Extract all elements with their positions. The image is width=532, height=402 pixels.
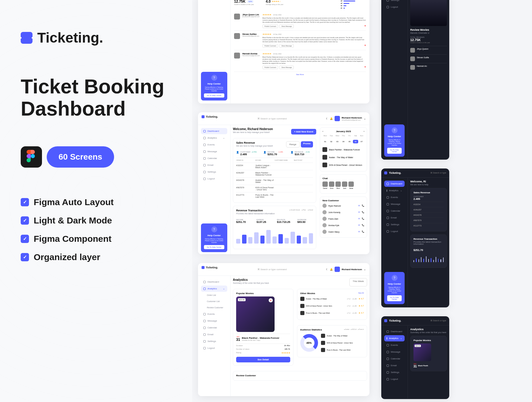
sidebar-item-calendar[interactable]: Calendar bbox=[201, 325, 227, 331]
sidebar-item-settings[interactable]: Settings bbox=[391, 0, 399, 1]
heart-icon[interactable]: ♥ bbox=[269, 298, 273, 302]
table-row[interactable]: #24b207Black Panther - Wakanda Forever bbox=[236, 170, 313, 177]
movie-item[interactable]: Puss In Boots - The Last Wish bbox=[321, 346, 364, 354]
calendar-date[interactable]: 05 bbox=[347, 140, 352, 143]
movie-poster[interactable]: $10.00 ♥ bbox=[236, 296, 275, 332]
customer-item[interactable]: Gwen Stacy✉📞 bbox=[322, 228, 364, 235]
publish-button[interactable]: Publish Comment bbox=[262, 25, 278, 28]
sidebar-item-logout[interactable]: Logout bbox=[391, 6, 398, 8]
see-detail-button[interactable]: See Detail bbox=[236, 357, 290, 362]
range-button[interactable]: Range bbox=[286, 141, 300, 147]
table-row[interactable]: #10234 bbox=[413, 202, 444, 207]
help-center-card[interactable]: ? Help Center Having difficulty in Ticke… bbox=[201, 72, 227, 100]
sidebar-item-message[interactable]: Message bbox=[384, 201, 405, 207]
sidebar-item-email[interactable]: Email bbox=[201, 331, 227, 338]
event-item[interactable]: KKN di Desa Penari - Uncut Version bbox=[322, 161, 364, 169]
bell-icon[interactable]: 🔔 bbox=[330, 117, 333, 120]
table-row[interactable]: #112773Puss In Boots - The Last Wish bbox=[236, 192, 313, 200]
sidebar-item-message[interactable]: Message bbox=[201, 148, 227, 155]
search-input[interactable]: ⌘ Search or type command bbox=[257, 268, 287, 271]
heart-icon[interactable]: ♥ bbox=[364, 66, 366, 69]
sidebar-item-logout[interactable]: Logout bbox=[384, 228, 405, 234]
sidebar-item-analytics[interactable]: Analytics⌄ bbox=[384, 335, 405, 341]
sidebar-item-logout[interactable]: Logout bbox=[201, 345, 227, 351]
table-row[interactable]: #434378 bbox=[413, 212, 444, 218]
event-item[interactable]: Black Panther - Wakanda Forever bbox=[322, 146, 364, 153]
direct-message-button[interactable]: Direct Message bbox=[279, 66, 294, 69]
message-icon[interactable]: ✉ bbox=[358, 205, 360, 207]
user-menu[interactable]: ☾ 🔔 Richard Hederson richardhederson@gma… bbox=[326, 116, 366, 121]
see-more-link[interactable]: See More bbox=[234, 74, 366, 75]
chevron-right-icon[interactable]: › bbox=[364, 130, 364, 133]
bell-icon[interactable]: 🔔 bbox=[330, 268, 333, 271]
direct-message-button[interactable]: Direct Message bbox=[279, 44, 294, 48]
heart-icon[interactable]: ♥ bbox=[364, 25, 366, 28]
heart-icon[interactable]: ♥ bbox=[364, 44, 366, 48]
message-icon[interactable]: ✉ bbox=[358, 218, 360, 220]
event-item[interactable]: Avatar - The Way of Water bbox=[322, 153, 364, 161]
movie-item[interactable]: KKN di Desa Penari - Uncut Vers+7.2+1.2K… bbox=[300, 302, 364, 309]
user-menu[interactable]: ☾ 🔔 Richard Hederson ⌄ bbox=[326, 267, 366, 272]
sidebar-item-email[interactable]: Email bbox=[384, 362, 405, 369]
movie-item[interactable]: Avatar - The Way of Water+7.2+1.2K★ 4.7 bbox=[300, 295, 364, 302]
movie-item[interactable]: Avatar - The Way of Water bbox=[321, 332, 364, 339]
sidebar-item-analytics[interactable]: Analytics⌄ bbox=[201, 286, 227, 292]
help-center-card[interactable]: ? Help Center Having difficulty in Ticke… bbox=[384, 124, 405, 157]
sidebar-sub-item[interactable]: Review Customer bbox=[201, 305, 227, 310]
sidebar-item-events[interactable]: Events bbox=[384, 342, 405, 348]
customer-item[interactable]: John Kenedy✉📞 bbox=[322, 209, 364, 215]
publish-button[interactable]: Publish Comment bbox=[262, 44, 278, 48]
table-row[interactable]: #987079 bbox=[413, 218, 444, 223]
direct-message-button[interactable]: Direct Message bbox=[279, 25, 294, 28]
calendar-date[interactable]: 03 bbox=[335, 140, 340, 143]
sidebar-item-events[interactable]: Events bbox=[201, 142, 227, 148]
period-select[interactable]: This Week bbox=[349, 278, 367, 286]
publish-button[interactable]: Publish Comment bbox=[262, 66, 278, 69]
sidebar-item-message[interactable]: Message bbox=[384, 349, 405, 355]
sidebar-sub-item[interactable]: Customer List bbox=[201, 299, 227, 304]
add-event-button[interactable]: + Add New Event bbox=[291, 129, 316, 134]
message-icon[interactable]: ✉ bbox=[358, 231, 360, 233]
sidebar-item-email[interactable]: Email bbox=[201, 162, 227, 168]
promo-button[interactable]: Promo bbox=[301, 141, 313, 147]
table-row[interactable]: #24b207 bbox=[413, 207, 444, 212]
table-row[interactable]: #112773 bbox=[413, 223, 444, 228]
customer-item[interactable]: Annisa Kyle✉📞 bbox=[322, 222, 364, 228]
phone-icon[interactable]: 📞 bbox=[362, 211, 364, 213]
sidebar-item-analytics[interactable]: Analytics⌄ bbox=[384, 187, 405, 194]
message-icon[interactable]: ✉ bbox=[358, 224, 360, 226]
sidebar-sub-item[interactable]: Order List bbox=[201, 292, 227, 298]
chat-avatar[interactable]: Jack bbox=[342, 181, 347, 189]
sidebar-item-analytics[interactable]: Analytics⌄ bbox=[201, 135, 227, 141]
sidebar-item-calendar[interactable]: Calendar bbox=[201, 155, 227, 161]
help-button[interactable]: Go To Help Center bbox=[387, 295, 402, 301]
search-input[interactable]: ⌘ Search or type bbox=[430, 172, 446, 174]
table-row[interactable]: #434378Avatar - The Way of Water bbox=[236, 177, 313, 185]
help-button[interactable]: Go To Help Center bbox=[387, 148, 402, 154]
sidebar-item-dashboard[interactable]: Dashboard bbox=[384, 181, 405, 187]
search-input[interactable]: ⌘ Search or type command bbox=[257, 117, 287, 120]
calendar-date[interactable]: 02 bbox=[329, 140, 334, 143]
calendar-date[interactable]: 04 bbox=[341, 140, 346, 143]
help-button[interactable]: Go To Help Center bbox=[204, 245, 224, 249]
help-center-card[interactable]: ?Help CenterHaving difficulty in Ticketi… bbox=[201, 223, 227, 252]
phone-icon[interactable]: 📞 bbox=[362, 231, 364, 233]
sidebar-item-dashboard[interactable]: Dashboard bbox=[384, 328, 405, 335]
chat-avatar[interactable]: Janae bbox=[348, 181, 354, 189]
table-row[interactable]: #987079KKN di Desa Penari - Uncut Vers bbox=[236, 185, 313, 192]
sidebar-item-settings[interactable]: Settings bbox=[201, 169, 227, 175]
customer-item[interactable]: Ryan Rainold✉📞 bbox=[322, 202, 364, 209]
moon-icon[interactable]: ☾ bbox=[326, 117, 328, 120]
table-row[interactable]: #10234Justice League - Black Adam bbox=[236, 163, 313, 170]
sidebar-item-settings[interactable]: Settings bbox=[201, 338, 227, 344]
chevron-down-icon[interactable]: ⌄ bbox=[364, 117, 366, 120]
calendar-date[interactable]: 01 bbox=[322, 140, 328, 143]
moon-icon[interactable]: ☾ bbox=[326, 268, 328, 271]
message-icon[interactable]: ✉ bbox=[358, 211, 360, 213]
chat-avatar[interactable]: Anna bbox=[329, 181, 334, 189]
movie-poster[interactable]: $10.00 bbox=[413, 343, 431, 361]
sidebar-item-settings[interactable]: Settings bbox=[384, 369, 405, 375]
movie-item[interactable]: KKN di Desa Penari - Uncut Vers bbox=[321, 339, 364, 346]
chevron-left-icon[interactable]: ‹ bbox=[322, 130, 323, 133]
help-center-card[interactable]: ?Help CenterHaving difficulty in Ticketi… bbox=[384, 272, 405, 304]
